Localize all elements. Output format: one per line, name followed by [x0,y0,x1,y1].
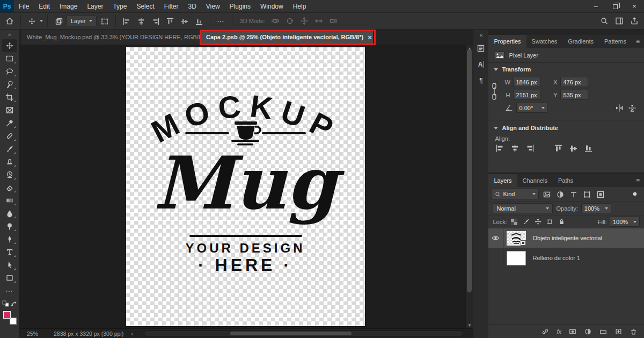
canvas-pasteboard[interactable]: MOCKUP Mug YOUR DES [19,45,473,328]
tool-blur[interactable] [2,207,17,220]
align-right-edges-button[interactable] [525,144,535,153]
new-group-icon[interactable] [599,328,608,335]
distribute-middle-button[interactable] [178,15,191,27]
blend-mode-dropdown[interactable]: Normal [493,203,553,213]
link-dimensions-icon[interactable] [491,80,497,104]
tool-type[interactable] [2,246,17,258]
tool-lasso[interactable] [2,65,17,78]
tab-layers[interactable]: Layers [488,174,517,187]
more-align-options-button[interactable]: ⋯ [215,15,228,27]
menu-layer[interactable]: Layer [82,0,108,12]
tool-frame[interactable] [2,104,17,117]
lock-all-button[interactable] [557,217,566,226]
tool-preset-move[interactable] [25,15,38,27]
width-field[interactable]: 1846 px [513,77,541,87]
distribute-bottom-button[interactable] [193,15,206,27]
align-top-edges-button[interactable] [554,144,563,153]
adjustment-layer-icon[interactable] [584,328,592,335]
align-right-button[interactable] [149,15,162,27]
lock-artboard-button[interactable] [545,217,554,226]
tool-clone-stamp[interactable] [2,155,17,168]
tool-crop[interactable] [2,91,17,104]
distribute-top-button[interactable] [164,15,177,27]
vertical-scrollbar-thumb[interactable] [467,49,472,292]
layer-row-relleno-de-color[interactable]: Relleno de color 1 [488,248,644,268]
menu-3d[interactable]: 3D [183,0,201,12]
default-colors-icon[interactable] [2,300,10,307]
align-left-edges-button[interactable] [495,144,504,153]
share-button[interactable] [628,15,641,27]
layer-row-objeto-inteligente[interactable]: Objeto inteligente vectorial [488,228,644,248]
workspace-switcher-button[interactable] [613,15,626,27]
tool-brush[interactable] [2,142,17,155]
tool-rectangle-shape[interactable] [2,271,17,284]
show-transform-controls-toggle[interactable] [98,15,111,27]
filtering-toggle[interactable] [629,189,641,199]
menu-edit[interactable]: Edit [34,0,55,12]
new-layer-icon[interactable] [614,328,623,335]
align-vertical-centers-button[interactable] [569,144,578,153]
menu-window[interactable]: Window [255,0,288,12]
minimize-button[interactable]: – [586,0,605,12]
x-field[interactable]: 476 px [560,77,588,87]
tab-gradients[interactable]: Gradients [562,35,599,48]
history-panel-button[interactable] [474,42,487,55]
menu-type[interactable]: Type [108,0,131,12]
menu-plugins[interactable]: Plugins [225,0,255,12]
tool-preset-caret-icon[interactable] [40,20,43,22]
menu-help[interactable]: Help [288,0,311,12]
rotation-angle-field[interactable]: 0.00° [516,103,547,113]
menu-image[interactable]: Image [55,0,82,12]
edit-toolbar-button[interactable]: ⋯ [2,284,17,297]
document-tab-capa-2[interactable]: Capa 2.psb @ 25% (Objeto inteligente vec… [201,30,374,45]
lock-image-button[interactable] [522,217,531,226]
paragraph-panel-button[interactable]: ¶ [474,74,487,87]
height-field[interactable]: 2151 px [513,90,541,100]
tool-move[interactable] [2,39,17,52]
align-section-header[interactable]: Align and Distribute [488,121,644,134]
close-icon[interactable]: × [368,33,372,41]
search-button[interactable] [598,15,611,27]
layer-thumbnail-cell[interactable] [503,251,529,265]
tool-pen[interactable] [2,233,17,246]
align-center-button[interactable] [135,15,148,27]
filter-smart-objects-button[interactable] [594,189,606,199]
delete-layer-icon[interactable] [630,328,638,335]
transform-section-header[interactable]: Transform [488,63,644,76]
visibility-toggle[interactable] [488,228,503,248]
filter-pixel-layers-button[interactable] [540,189,552,199]
tab-properties[interactable]: Properties [488,35,526,48]
tool-quick-selection[interactable] [2,78,17,91]
horizontal-scrollbar-thumb[interactable] [230,332,352,335]
lock-position-button[interactable] [533,217,543,226]
dock-collapse-button[interactable]: « [479,30,482,40]
tab-patterns[interactable]: Patterns [599,35,632,48]
tab-paths[interactable]: Paths [553,174,579,187]
tool-spot-healing[interactable] [2,130,17,142]
foreground-color-swatch[interactable] [3,311,11,319]
y-field[interactable]: 535 px [560,90,588,100]
layer-effects-button[interactable]: fx [557,328,561,335]
kind-filter-dropdown[interactable]: Kind [492,189,539,199]
filter-adjustment-layers-button[interactable] [554,189,566,199]
filter-shape-layers-button[interactable] [581,189,592,199]
link-layers-icon[interactable] [541,328,550,335]
layer-mask-icon[interactable] [568,328,577,335]
auto-select-toggle[interactable] [52,15,65,27]
flip-vertical-icon[interactable] [628,104,636,112]
swap-colors-icon[interactable] [11,301,17,307]
restore-button[interactable] [605,0,625,12]
align-left-button[interactable] [120,15,133,27]
menu-select[interactable]: Select [131,0,159,12]
menu-filter[interactable]: Filter [159,0,184,12]
tool-rectangular-marquee[interactable] [2,52,17,65]
close-button[interactable]: × [625,0,644,12]
align-horizontal-centers-button[interactable] [510,144,519,153]
tab-channels[interactable]: Channels [517,174,553,187]
filter-type-layers-button[interactable] [567,189,579,199]
tool-gradient[interactable] [2,194,17,207]
vertical-scrollbar[interactable]: ▲ ▼ [465,45,473,328]
layer-thumbnail-cell[interactable] [503,231,529,246]
align-bottom-edges-button[interactable] [584,144,593,153]
zoom-level-field[interactable]: 25% [27,330,46,337]
